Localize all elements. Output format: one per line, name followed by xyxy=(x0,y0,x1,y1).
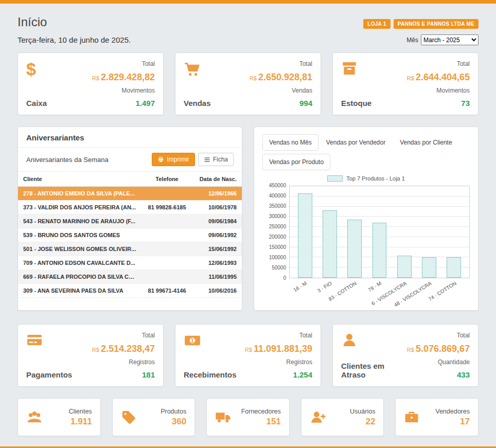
svg-text:1: 1 xyxy=(191,337,194,344)
aniversariantes-panel: Aniversariantes Aniversariantes da Seman… xyxy=(17,127,242,311)
fornecedores-counter: Fornecedores 151 xyxy=(206,398,290,436)
box-icon xyxy=(341,60,371,77)
total-value: R$2.514.238,47 xyxy=(92,344,155,354)
count-label: Vendas xyxy=(250,87,312,94)
count-value: 1.254 xyxy=(245,370,312,379)
vendas-card: Vendas Total R$2.650.928,81 Vendas 994 xyxy=(175,52,321,115)
month-select[interactable]: March - 2025 xyxy=(421,34,479,45)
tab-vendas-por-cliente[interactable]: Vendas por Cliente xyxy=(393,134,458,151)
counter-label: Vendedores xyxy=(435,408,470,415)
card-title: Estoque xyxy=(341,99,371,107)
month-label: Mês xyxy=(406,37,418,44)
truck-icon xyxy=(215,409,232,425)
counter-value: 360 xyxy=(161,417,186,427)
tab-vendas-por-vendedor[interactable]: Vendas por Vendedor xyxy=(320,134,392,151)
card-title: Caixa xyxy=(26,99,47,107)
x-axis-label: 3 - FIO xyxy=(316,280,332,294)
legend-swatch xyxy=(327,175,343,182)
counter-label: Produtos xyxy=(161,408,186,415)
total-value: R$2.650.928,81 xyxy=(250,72,312,83)
current-date: Terça-feira, 10 de junho de 2025. xyxy=(17,35,131,44)
chart-plot-area xyxy=(289,186,470,278)
chart-y-axis: 0500001000001500002000002500003000003500… xyxy=(262,186,289,278)
total-label: Total xyxy=(245,332,312,339)
printer-icon xyxy=(157,156,164,163)
total-value: R$2.829.428,82 xyxy=(92,72,155,83)
col-cliente: Cliente xyxy=(18,172,141,187)
estoque-card: Estoque Total R$2.644.404,65 Movimentos … xyxy=(332,52,479,115)
vendedores-counter: Vendedores 17 xyxy=(395,398,479,436)
cart-icon xyxy=(184,60,211,78)
count-value: 73 xyxy=(407,99,470,107)
counter-label: Clientes xyxy=(68,408,92,415)
dollar-icon: $ xyxy=(26,60,47,78)
total-label: Total xyxy=(250,60,312,67)
birthdays-table: Cliente Telefone Data de Nasc. 278 - ANT… xyxy=(18,172,242,298)
total-label: Total xyxy=(92,60,155,67)
panel-title: Aniversariantes xyxy=(18,127,242,148)
card-title: Pagamentos xyxy=(26,370,72,379)
top-products-chart: Top 7 Produtos - Loja 1 0500001000001500… xyxy=(262,175,470,305)
table-row[interactable]: 278 - ANTONIO EMIDIO DA SILVA (PALE...12… xyxy=(18,187,242,201)
table-row[interactable]: 373 - VALDIR DOS ANJOS PEREIRA (AN...81 … xyxy=(18,201,242,214)
table-row[interactable]: 669 - RAFAELA PROCOPIO DA SILVA CA...11/… xyxy=(18,270,242,284)
table-row[interactable]: 309 - ANA SEVERINA PAES DA SILVA81 99671… xyxy=(18,284,242,298)
col-nascimento: Data de Nasc. xyxy=(192,172,242,187)
chart-bar xyxy=(367,186,392,278)
card-title: Clientes em Atraso xyxy=(341,362,407,379)
counter-label: Fornecedores xyxy=(241,408,281,415)
legend-label: Top 7 Produtos - Loja 1 xyxy=(346,175,405,182)
top-accent-bar xyxy=(0,0,496,4)
date-row: Terça-feira, 10 de junho de 2025. Mês Ma… xyxy=(17,34,479,45)
counter-value: 151 xyxy=(241,417,281,427)
person-plus-icon xyxy=(310,409,326,425)
panel-subtitle: Aniversariantes da Semana xyxy=(26,156,109,164)
count-label: Registros xyxy=(245,359,312,366)
credit-card-icon xyxy=(26,332,72,348)
page-title: Início xyxy=(17,15,47,29)
total-label: Total xyxy=(92,332,155,339)
chart-bar xyxy=(342,186,367,278)
count-value: 433 xyxy=(407,370,470,379)
counter-value: 1.911 xyxy=(68,417,92,427)
table-row[interactable]: 501 - JOSE WELISSON GOMES OLIVEIR...15/0… xyxy=(18,242,242,256)
count-label: Registros xyxy=(92,359,155,366)
chart-bars xyxy=(290,186,469,278)
count-label: Movimentos xyxy=(92,87,155,94)
banknote-icon: 1 xyxy=(184,332,237,349)
usuarios-counter: Usuários 22 xyxy=(301,398,384,436)
total-value: R$5.076.869,67 xyxy=(407,344,470,354)
col-telefone: Telefone xyxy=(141,172,192,187)
table-row[interactable]: 709 - ANTONIO EDSON CAVALCANTE D...12/06… xyxy=(18,256,242,270)
count-label: Movimentos xyxy=(407,87,470,94)
chart-bar xyxy=(317,186,342,278)
ficha-button[interactable]: Ficha xyxy=(198,153,234,166)
person-icon xyxy=(341,332,407,348)
counter-value: 22 xyxy=(350,417,375,427)
x-axis-label: 16 - M xyxy=(292,280,308,293)
chart-bar xyxy=(293,186,317,278)
table-row[interactable]: 543 - RENATO MARINHO DE ARAUJO (F...09/0… xyxy=(18,214,242,228)
clientes-atraso-card: Clientes em Atraso Total R$5.076.869,67 … xyxy=(332,324,479,387)
briefcase-icon xyxy=(404,409,419,425)
count-label: Quantidade xyxy=(407,359,470,366)
tab-vendas-por-produto[interactable]: Vendas por Produto xyxy=(262,154,330,170)
tab-vendas-no-mes[interactable]: Vendas no Mês xyxy=(262,134,318,151)
count-value: 181 xyxy=(92,370,155,379)
counter-label: Usuários xyxy=(350,408,375,415)
card-title: Vendas xyxy=(184,99,211,107)
total-label: Total xyxy=(407,332,470,339)
chart-bar xyxy=(417,186,441,278)
store-badge: LOJA 1 xyxy=(363,19,390,29)
chart-x-labels: 16 - M3 - FIO83 - COTTON79 - M6 - VISCOL… xyxy=(289,278,470,305)
counter-value: 17 xyxy=(435,417,470,427)
count-value: 994 xyxy=(250,99,312,107)
clientes-counter: Clientes 1.911 xyxy=(17,398,101,436)
total-label: Total xyxy=(407,60,470,67)
table-row[interactable]: 539 - BRUNO DOS SANTOS GOMES09/06/1992 xyxy=(18,228,242,242)
list-icon xyxy=(204,156,210,163)
store-badges: LOJA 1 PANNOS E PANNOS LTDA ME xyxy=(363,19,479,29)
print-button[interactable]: Imprimir xyxy=(152,153,194,166)
count-value: 1.497 xyxy=(92,99,155,107)
total-value: R$2.644.404,65 xyxy=(407,72,470,83)
